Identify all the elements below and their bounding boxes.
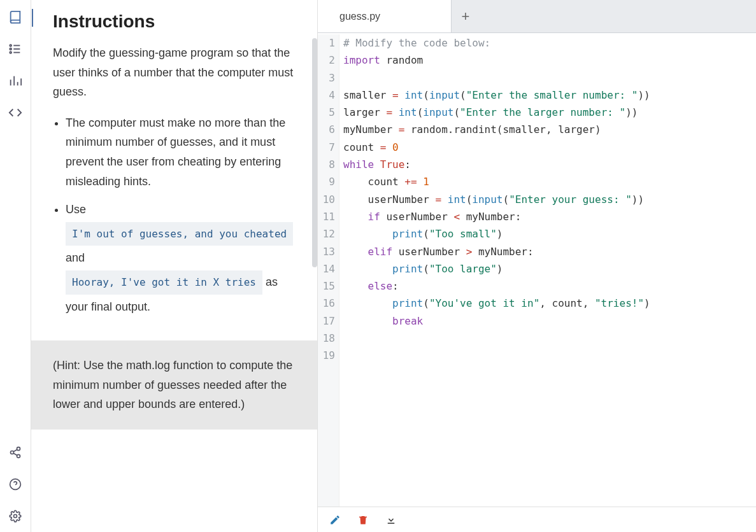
line-number: 7: [318, 139, 335, 156]
editor-panel: guess.py + 12345678910111213141516171819…: [318, 0, 756, 532]
hint-text: (Hint: Use the math.log function to comp…: [53, 359, 292, 410]
line-number: 5: [318, 104, 335, 121]
line-number: 17: [318, 312, 335, 330]
code-line[interactable]: count += 1: [343, 173, 756, 190]
instructions-panel: Instructions Modify the guessing-game pr…: [31, 0, 318, 532]
code-line[interactable]: print("Too small"): [343, 225, 756, 242]
code-editor[interactable]: 12345678910111213141516171819 # Modify t…: [318, 33, 756, 507]
plus-icon: +: [462, 8, 470, 25]
code-line[interactable]: print("Too large"): [343, 260, 756, 277]
code-sample-2: Hooray, I've got it in X tries: [66, 270, 262, 295]
chart-icon[interactable]: [8, 74, 22, 88]
code-line[interactable]: [343, 69, 756, 87]
svg-line-14: [13, 449, 17, 451]
code-line[interactable]: break: [343, 312, 756, 330]
line-number: 14: [318, 260, 335, 277]
svg-point-10: [17, 447, 20, 451]
book-icon[interactable]: [8, 10, 22, 24]
svg-point-12: [17, 454, 20, 458]
svg-point-5: [10, 52, 11, 53]
line-number: 18: [318, 330, 335, 347]
instructions-intro: Modify the guessing-game program so that…: [53, 43, 298, 102]
code-line[interactable]: else:: [343, 277, 756, 295]
code-line[interactable]: count = 0: [343, 139, 756, 156]
code-line[interactable]: larger = int(input("Enter the larger num…: [343, 104, 756, 121]
svg-point-3: [10, 45, 11, 46]
editor-toolbar: [318, 507, 756, 532]
code-line[interactable]: import random: [343, 52, 756, 69]
line-number: 13: [318, 243, 335, 260]
line-number: 2: [318, 52, 335, 69]
line-gutter: 12345678910111213141516171819: [318, 34, 339, 507]
line-number: 15: [318, 277, 335, 295]
bullet-1: The computer must make no more than the …: [66, 113, 298, 191]
add-tab-button[interactable]: +: [452, 0, 480, 32]
line-number: 9: [318, 173, 335, 190]
tabs-bar: guess.py +: [318, 0, 756, 33]
code-sample-1: I'm out of guesses, and you cheated: [66, 222, 293, 246]
line-number: 4: [318, 87, 335, 104]
bullet-2: Use I'm out of guesses, and you cheated …: [66, 200, 298, 316]
code-line[interactable]: # Modify the code below:: [343, 34, 756, 52]
line-number: 12: [318, 225, 335, 242]
line-number: 8: [318, 156, 335, 173]
download-icon[interactable]: [385, 514, 397, 526]
share-icon[interactable]: [8, 445, 22, 459]
code-line[interactable]: [343, 347, 756, 364]
svg-point-4: [10, 48, 11, 50]
code-line[interactable]: myNumber = random.randint(smaller, large…: [343, 121, 756, 138]
tab-label: guess.py: [339, 11, 380, 22]
line-number: 19: [318, 347, 335, 364]
code-line[interactable]: elif userNumber > myNumber:: [343, 243, 756, 260]
svg-line-13: [13, 453, 17, 455]
settings-icon[interactable]: [8, 509, 22, 523]
tab-guess-py[interactable]: guess.py: [318, 0, 452, 32]
line-number: 6: [318, 121, 335, 138]
delete-icon[interactable]: [357, 514, 369, 526]
code-line[interactable]: smaller = int(input("Enter the smaller n…: [343, 87, 756, 104]
line-number: 10: [318, 191, 335, 208]
code-line[interactable]: print("You've got it in", count, "tries!…: [343, 295, 756, 312]
hint-box: (Hint: Use the math.log function to comp…: [31, 340, 317, 430]
code-line[interactable]: userNumber = int(input("Enter your guess…: [343, 191, 756, 208]
left-sidebar: [0, 0, 31, 532]
edit-icon[interactable]: [329, 514, 341, 526]
code-line[interactable]: while True:: [343, 156, 756, 173]
line-number: 16: [318, 295, 335, 312]
line-number: 1: [318, 34, 335, 52]
code-line[interactable]: [343, 330, 756, 347]
code-icon[interactable]: [8, 106, 22, 120]
line-number: 3: [318, 69, 335, 87]
code-line[interactable]: if userNumber < myNumber:: [343, 208, 756, 225]
svg-point-17: [14, 515, 17, 518]
page-title: Instructions: [53, 11, 298, 32]
line-number: 11: [318, 208, 335, 225]
bullet-2-prefix: Use: [66, 203, 86, 216]
help-icon[interactable]: [8, 477, 22, 491]
code-content[interactable]: # Modify the code below:import randomsma…: [339, 34, 756, 507]
bullet-2-mid: and: [66, 251, 85, 264]
checklist-icon[interactable]: [8, 42, 22, 56]
scrollbar-thumb[interactable]: [312, 38, 317, 267]
svg-point-11: [11, 451, 14, 454]
